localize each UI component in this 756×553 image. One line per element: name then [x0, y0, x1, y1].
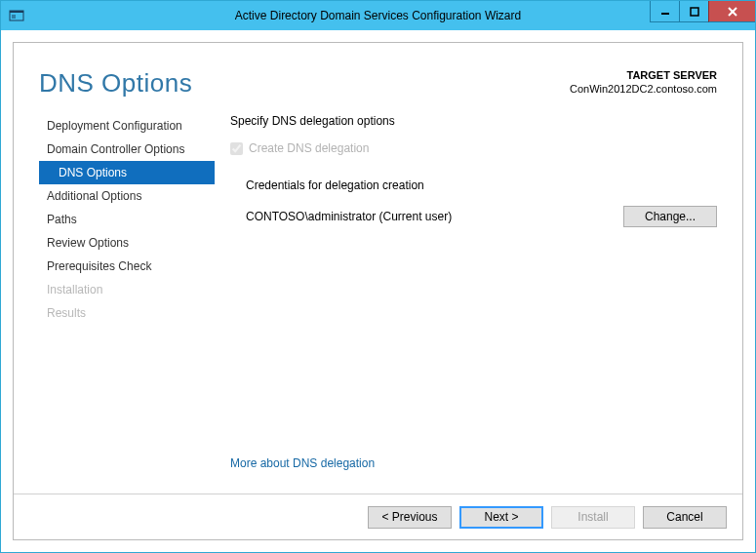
nav-results: Results [39, 301, 215, 325]
section-heading: Specify DNS delegation options [230, 114, 717, 128]
nav-dns-options[interactable]: DNS Options [39, 161, 215, 184]
target-server-value: ConWin2012DC2.contoso.com [570, 82, 717, 96]
footer-buttons: < Previous Next > Install Cancel [14, 494, 742, 539]
spacer [230, 227, 717, 456]
main-pane: Specify DNS delegation options Create DN… [215, 114, 717, 488]
nav-deployment-configuration[interactable]: Deployment Configuration [39, 114, 215, 138]
target-server-block: TARGET SERVER ConWin2012DC2.contoso.com [570, 68, 717, 97]
header-row: DNS Options TARGET SERVER ConWin2012DC2.… [14, 43, 742, 114]
close-icon [727, 6, 738, 18]
more-about-dns-delegation-link[interactable]: More about DNS delegation [230, 456, 375, 470]
target-server-label: TARGET SERVER [570, 68, 717, 82]
create-dns-delegation-row: Create DNS delegation [230, 141, 717, 155]
close-button[interactable] [708, 1, 755, 22]
nav-review-options[interactable]: Review Options [39, 231, 215, 255]
window-title: Active Directory Domain Services Configu… [1, 9, 755, 22]
svg-rect-1 [10, 11, 23, 13]
nav-additional-options[interactable]: Additional Options [39, 184, 215, 208]
wizard-nav: Deployment Configuration Domain Controll… [39, 114, 215, 488]
minimize-icon [660, 7, 670, 17]
nav-prerequisites-check[interactable]: Prerequisites Check [39, 255, 215, 278]
nav-paths[interactable]: Paths [39, 208, 215, 231]
install-button: Install [551, 506, 635, 529]
credentials-label: Credentials for delegation creation [246, 178, 717, 192]
body-row: Deployment Configuration Domain Controll… [14, 114, 742, 494]
change-credentials-button[interactable]: Change... [623, 206, 717, 227]
minimize-button[interactable] [650, 1, 679, 22]
nav-installation: Installation [39, 278, 215, 301]
svg-rect-5 [691, 8, 698, 16]
nav-domain-controller-options[interactable]: Domain Controller Options [39, 138, 215, 161]
next-button[interactable]: Next > [459, 506, 543, 529]
previous-button[interactable]: < Previous [368, 506, 452, 529]
cancel-button[interactable]: Cancel [643, 506, 727, 529]
page-title: DNS Options [39, 68, 192, 99]
window-controls [650, 1, 755, 22]
titlebar: Active Directory Domain Services Configu… [1, 1, 755, 30]
maximize-icon [690, 7, 699, 17]
credentials-block: Credentials for delegation creation CONT… [230, 178, 717, 227]
wizard-window: Active Directory Domain Services Configu… [0, 0, 756, 553]
credentials-value: CONTOSO\administrator (Current user) [246, 210, 452, 223]
content-frame: DNS Options TARGET SERVER ConWin2012DC2.… [13, 42, 743, 540]
create-dns-delegation-checkbox [230, 142, 243, 155]
create-dns-delegation-label: Create DNS delegation [249, 141, 369, 155]
app-icon [9, 8, 24, 23]
maximize-button[interactable] [679, 1, 708, 22]
credentials-row: CONTOSO\administrator (Current user) Cha… [246, 206, 717, 227]
